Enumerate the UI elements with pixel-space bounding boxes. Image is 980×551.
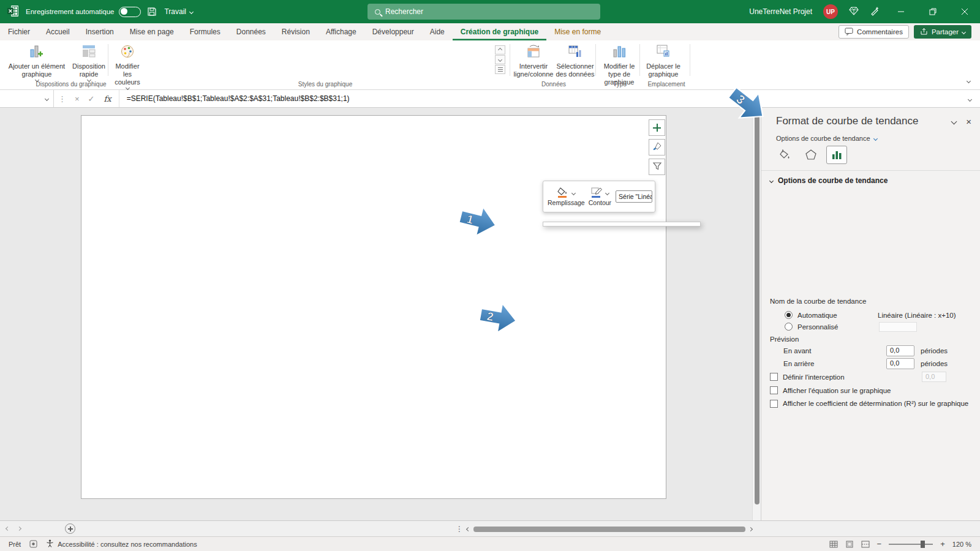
scroll-right-icon[interactable]	[748, 527, 753, 531]
scroll-left-icon[interactable]	[466, 527, 470, 531]
enter-icon[interactable]: ✓	[88, 94, 95, 103]
ribbon-tab-mise-en-page[interactable]: Mise en page	[122, 23, 182, 40]
r2-checkbox[interactable]	[770, 400, 778, 408]
ribbon-separator	[108, 44, 108, 76]
normal-view-icon[interactable]	[829, 541, 838, 548]
pane-options-dropdown[interactable]: Options de courbe de tendance	[776, 135, 877, 142]
custom-name-row[interactable]: Personnalisé	[785, 323, 973, 331]
palette-icon	[119, 43, 135, 61]
share-button[interactable]: Partager	[914, 25, 971, 39]
forecast-forward-input[interactable]: 0,0	[886, 345, 914, 356]
cancel-icon[interactable]: ×	[75, 94, 80, 103]
change-chart-type-button[interactable]: Modifier le type de graphique	[599, 43, 639, 86]
forecast-backward-input[interactable]: 0,0	[886, 358, 914, 369]
ribbon-tab-developpeur[interactable]: Développeur	[364, 23, 422, 40]
scrollbar-thumb[interactable]	[755, 115, 760, 504]
search-icon	[375, 9, 380, 15]
zoom-slider-thumb[interactable]	[921, 541, 925, 548]
accessibility-status[interactable]: Accessibilité : consultez nos recommanda…	[46, 539, 197, 549]
annotation-arrow-2: 2	[476, 297, 521, 339]
fill-color-button[interactable]: Remplissage	[546, 186, 587, 208]
vertical-scrollbar[interactable]	[752, 108, 761, 520]
automatic-name-row[interactable]: Automatique Linéaire (Linéaire : x+10)	[785, 311, 973, 319]
scrollbar-thumb[interactable]	[473, 527, 745, 532]
excel-app-icon[interactable]	[6, 4, 20, 20]
effects-tab[interactable]	[801, 146, 821, 164]
select-data-button[interactable]: Sélectionner des données	[555, 43, 595, 78]
new-sheet-button[interactable]	[65, 523, 75, 534]
fill-line-tab[interactable]	[775, 146, 796, 164]
custom-radio[interactable]	[785, 323, 793, 331]
excel-window: Enregistrement automatique Travail Reche…	[0, 0, 980, 551]
ribbon-tab-aide[interactable]: Aide	[422, 23, 453, 40]
zoom-in-button[interactable]: +	[940, 539, 945, 549]
chart-elements-button[interactable]	[649, 119, 665, 136]
pane-close-icon[interactable]: ×	[966, 116, 971, 127]
move-chart-button[interactable]: Déplacer le graphique	[643, 43, 684, 78]
formula-text[interactable]: =SERIE(Tableau!$B$1;Tableau!$A$2:$A$31;T…	[127, 94, 350, 103]
zoom-out-button[interactable]: −	[877, 539, 882, 549]
name-box[interactable]	[0, 90, 54, 107]
page-layout-view-icon[interactable]	[845, 541, 854, 548]
ribbon-tab-creation-de-graphique[interactable]: Création de graphique	[453, 23, 546, 40]
zoom-level[interactable]: 120 %	[952, 541, 971, 548]
collapse-ribbon-icon[interactable]	[967, 76, 970, 84]
insert-function-icon[interactable]: fx	[104, 94, 111, 103]
ribbon-tab-revision[interactable]: Révision	[274, 23, 318, 40]
add-chart-element-button[interactable]: Ajouter un élément graphique	[5, 43, 69, 81]
trendline-options-section[interactable]: Options de courbe de tendance	[770, 176, 888, 185]
search-input[interactable]: Rechercher	[368, 4, 600, 20]
switch-row-column-icon	[526, 43, 541, 61]
trendline-options-tab[interactable]	[826, 146, 847, 164]
ribbon-tab-insertion[interactable]: Insertion	[78, 23, 122, 40]
ribbon-tab-donnees[interactable]: Données	[228, 23, 274, 40]
vertical-dots-icon[interactable]: ⋮	[456, 521, 463, 537]
ribbon-tab-formules[interactable]: Formules	[182, 23, 228, 40]
outline-color-button[interactable]: Contour	[587, 186, 613, 208]
workbook-name[interactable]: Travail	[164, 7, 193, 16]
sheet-nav-left-icon[interactable]	[6, 527, 10, 531]
expand-formula-bar-icon[interactable]	[968, 94, 971, 103]
custom-name-input[interactable]	[879, 322, 917, 332]
chart-style-button[interactable]	[649, 139, 665, 156]
ribbon-tab-mise-en-forme[interactable]: Mise en forme	[546, 23, 609, 40]
series-selector-dropdown[interactable]: Série "Linéaire :	[616, 190, 652, 203]
forecast-label: Prévision	[770, 335, 799, 343]
chart-filter-button[interactable]	[649, 159, 665, 175]
add-chart-element-icon	[29, 43, 45, 61]
autosave-toggle[interactable]	[119, 7, 141, 17]
zoom-slider[interactable]	[889, 544, 933, 545]
titlebar: Enregistrement automatique Travail Reche…	[0, 0, 980, 23]
trendline-chart[interactable]	[81, 116, 666, 498]
group-label-layouts: Dispositions du graphique	[0, 81, 142, 88]
equation-checkbox[interactable]	[770, 386, 778, 394]
macro-record-icon[interactable]	[29, 540, 37, 548]
pane-collapse-icon[interactable]	[952, 118, 956, 125]
editing-pen-icon[interactable]	[870, 6, 880, 18]
chart-area[interactable]	[81, 115, 666, 499]
sheet-nav-right-icon[interactable]	[17, 527, 21, 531]
automatic-radio[interactable]	[785, 311, 793, 319]
switch-row-column-button[interactable]: Intervertir ligne/colonne	[513, 43, 554, 78]
gallery-more-button[interactable]	[495, 65, 505, 74]
gallery-scroll-down[interactable]	[495, 55, 505, 64]
vertical-dots-icon: ⋮	[58, 94, 66, 103]
save-icon[interactable]	[147, 7, 157, 17]
ribbon-tab-affichage[interactable]: Affichage	[318, 23, 364, 40]
restore-button[interactable]	[922, 0, 943, 23]
comments-button[interactable]: Commentaires	[839, 25, 909, 39]
ribbon-tab-fichier[interactable]: Fichier	[0, 23, 38, 40]
ribbon-tab-bar: FichierAccueilInsertionMise en pageFormu…	[0, 23, 980, 40]
ribbon-tab-accueil[interactable]: Accueil	[38, 23, 78, 40]
intercept-checkbox[interactable]	[770, 373, 778, 381]
horizontal-scrollbar[interactable]	[467, 523, 752, 534]
minimize-button[interactable]	[891, 0, 911, 23]
avatar[interactable]: UP	[823, 4, 838, 19]
close-button[interactable]	[954, 0, 975, 23]
quick-layout-button[interactable]: Disposition rapide	[70, 43, 108, 81]
status-bar: Prêt Accessibilité : consultez nos recom…	[0, 536, 980, 551]
gem-icon[interactable]	[849, 7, 859, 17]
gallery-scroll-up[interactable]	[495, 45, 505, 54]
quick-layout-icon	[81, 43, 97, 61]
page-break-view-icon[interactable]	[861, 541, 870, 548]
